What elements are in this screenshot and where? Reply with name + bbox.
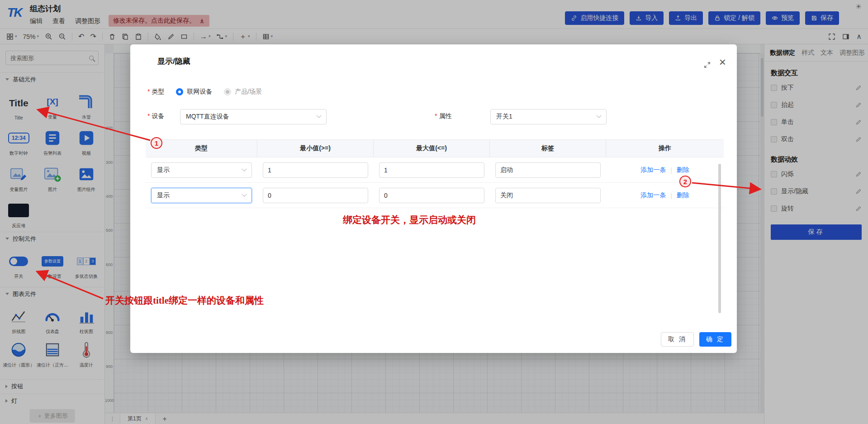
ok-button[interactable]: 确 定	[699, 332, 731, 347]
radio-product-scene[interactable]: 产品/场景	[224, 88, 262, 96]
row1-add-link[interactable]: 添加一条	[640, 166, 666, 174]
type-field: *类型 联网设备 产品/场景	[147, 88, 262, 96]
row1-min-input[interactable]	[263, 162, 368, 178]
table-row: 显示 添加一条 | 删除	[146, 183, 724, 208]
row2-tag-input[interactable]	[495, 188, 601, 203]
step-1-marker: 1	[151, 137, 162, 149]
device-select[interactable]: MQTT直连设备	[180, 109, 327, 124]
maximize-icon[interactable]	[704, 62, 711, 68]
step-2-marker: 2	[679, 176, 691, 187]
chevron-down-icon	[596, 113, 601, 118]
row1-max-input[interactable]	[379, 162, 484, 178]
chevron-down-icon	[242, 191, 247, 196]
radio-networked-device[interactable]: 联网设备	[176, 88, 212, 96]
type-label: 类型	[152, 88, 164, 95]
row2-type-select[interactable]: 显示	[151, 188, 252, 203]
modal-scrollbar-thumb[interactable]	[718, 164, 721, 313]
dialog-footer: 取 消 确 定	[661, 332, 731, 347]
attribute-select[interactable]: 开关1	[490, 109, 607, 124]
row1-type-select[interactable]: 显示	[151, 162, 252, 178]
tutorial-note-sidebar: 开关按钮跟title绑定一样的设备和属性	[105, 294, 264, 307]
conditions-table: 类型 最小值(>=) 最大值(<=) 标签 操作 显示 添加一条 | 删除	[146, 139, 724, 208]
radio-selected-icon	[176, 88, 183, 95]
chevron-down-icon	[316, 113, 321, 118]
row1-tag-input[interactable]	[495, 162, 601, 178]
attribute-label: *属性	[435, 112, 451, 120]
row2-delete-link[interactable]: 删除	[677, 191, 689, 200]
cancel-button[interactable]: 取 消	[661, 332, 694, 347]
table-row: 显示 添加一条 | 删除	[146, 157, 724, 183]
device-label: *设备	[147, 112, 164, 120]
radio-disabled-icon	[224, 88, 231, 95]
row1-delete-link[interactable]: 删除	[677, 166, 689, 174]
tutorial-note-modal: 绑定设备开关，显示启动或关闭	[343, 214, 476, 226]
dialog-title: 显示/隐藏	[157, 56, 190, 67]
chevron-down-icon	[242, 166, 247, 171]
close-icon[interactable]: ×	[719, 56, 726, 68]
row2-max-input[interactable]	[379, 188, 484, 203]
row2-min-input[interactable]	[263, 188, 368, 203]
table-header-row: 类型 最小值(>=) 最大值(<=) 标签 操作	[146, 139, 724, 157]
row2-add-link[interactable]: 添加一条	[640, 191, 666, 200]
app-window: TK 组态计划 编辑 查看 调整图形 修改未保存。点击此处保存。 启用快捷连接 …	[0, 0, 868, 424]
